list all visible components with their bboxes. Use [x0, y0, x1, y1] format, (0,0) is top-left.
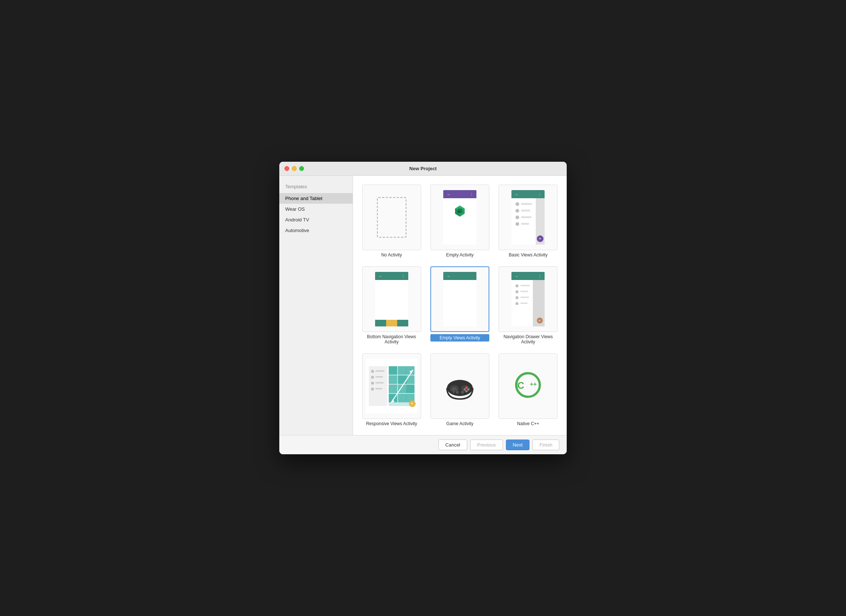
template-nav-drawer[interactable]: ← ⋮	[497, 265, 559, 346]
svg-text:←: ←	[515, 192, 519, 197]
template-no-activity[interactable]: No Activity	[360, 183, 423, 259]
template-empty-activity[interactable]: ← ⋮	[429, 183, 491, 259]
svg-point-90	[467, 388, 469, 390]
empty-views-preview: ←	[430, 266, 489, 332]
grid-label: Responsive Views Activity	[366, 421, 417, 426]
svg-rect-74	[406, 385, 414, 393]
svg-text:←: ←	[379, 274, 382, 278]
title-bar: New Project	[279, 162, 567, 176]
template-empty-views[interactable]: ← Empty Views Activity	[429, 265, 491, 346]
sidebar-item-phone-tablet[interactable]: Phone and Tablet	[279, 193, 352, 204]
svg-point-59	[371, 376, 374, 379]
bottom-nav-preview: ← ⋮	[362, 266, 421, 332]
svg-rect-58	[376, 370, 384, 372]
svg-text:C: C	[517, 380, 524, 391]
sidebar-item-android-tv[interactable]: Android TV	[279, 214, 352, 225]
svg-rect-0	[443, 190, 476, 245]
game-label: Game Activity	[446, 421, 473, 426]
svg-point-47	[516, 290, 518, 293]
svg-rect-48	[520, 291, 529, 292]
basic-views-svg: ← ⋮	[511, 190, 545, 245]
empty-views-svg: ←	[443, 272, 476, 326]
svg-text:⋮: ⋮	[538, 192, 542, 197]
svg-point-91	[466, 390, 468, 392]
svg-rect-62	[376, 382, 383, 384]
svg-rect-76	[398, 394, 407, 402]
cpp-preview: C ++	[498, 353, 558, 419]
content-area: No Activity ← ⋮	[353, 176, 567, 435]
cancel-button[interactable]: Cancel	[438, 440, 467, 450]
template-bottom-nav[interactable]: ← ⋮ Bottom Navigation Views Activity	[360, 265, 423, 346]
svg-rect-46	[520, 285, 530, 286]
svg-text:⋮: ⋮	[402, 274, 405, 278]
svg-text:+: +	[411, 401, 413, 406]
svg-point-51	[516, 302, 518, 305]
svg-rect-22	[521, 216, 531, 218]
template-game[interactable]: Game Activity	[429, 352, 491, 428]
svg-rect-32	[375, 320, 386, 326]
template-basic-views[interactable]: ← ⋮	[497, 183, 559, 259]
no-activity-label: No Activity	[381, 252, 402, 258]
bottom-nav-svg: ← ⋮	[375, 272, 408, 326]
nav-drawer-preview: ← ⋮	[498, 266, 558, 332]
sidebar: Templates Phone and Tablet Wear OS Andro…	[279, 176, 353, 435]
game-preview	[430, 353, 489, 419]
svg-point-94	[461, 391, 464, 394]
svg-point-21	[516, 216, 519, 219]
svg-point-63	[371, 387, 374, 390]
svg-rect-20	[521, 210, 530, 211]
basic-views-preview: ← ⋮	[498, 185, 558, 250]
templates-grid: No Activity ← ⋮	[360, 183, 559, 428]
nav-drawer-svg: ← ⋮	[511, 272, 545, 326]
maximize-button[interactable]	[299, 166, 304, 171]
sidebar-item-wear-os[interactable]: Wear OS	[279, 204, 352, 214]
svg-point-49	[516, 296, 518, 299]
bottom-nav-label: Bottom Navigation Views Activity	[362, 334, 421, 345]
svg-rect-72	[389, 385, 397, 393]
svg-text:⋮: ⋮	[470, 192, 473, 197]
finish-button[interactable]: Finish	[532, 440, 559, 450]
cpp-svg: C ++	[511, 370, 545, 403]
no-activity-dashed-box	[377, 197, 407, 238]
minimize-button[interactable]	[292, 166, 297, 171]
next-button[interactable]: Next	[506, 440, 530, 450]
empty-activity-preview: ← ⋮	[430, 185, 489, 250]
footer: Cancel Previous Next Finish	[279, 435, 567, 454]
svg-rect-34	[397, 320, 408, 326]
svg-text:⋮: ⋮	[538, 274, 542, 278]
svg-point-93	[456, 391, 459, 394]
template-cpp[interactable]: C ++ Native C++	[497, 352, 559, 428]
svg-rect-64	[376, 388, 382, 389]
window-title: New Project	[409, 166, 437, 171]
svg-rect-52	[520, 302, 528, 304]
svg-point-23	[516, 222, 519, 226]
main-content: Templates Phone and Tablet Wear OS Andro…	[279, 176, 567, 435]
svg-text:+: +	[538, 318, 540, 323]
svg-point-17	[516, 202, 519, 206]
svg-point-19	[516, 209, 519, 213]
empty-activity-svg: ← ⋮	[443, 190, 476, 245]
svg-text:←: ←	[447, 274, 451, 278]
svg-rect-70	[398, 375, 407, 384]
svg-point-57	[371, 370, 374, 373]
svg-text:←: ←	[447, 192, 451, 197]
svg-rect-10	[458, 208, 462, 213]
svg-text:++: ++	[530, 381, 537, 387]
sidebar-item-automotive[interactable]: Automotive	[279, 225, 352, 236]
previous-button[interactable]: Previous	[470, 440, 503, 450]
svg-rect-18	[521, 203, 532, 205]
cpp-label: Native C++	[517, 421, 539, 426]
svg-rect-66	[389, 366, 397, 375]
nav-drawer-label: Navigation Drawer Views Activity	[498, 334, 558, 345]
svg-rect-35	[443, 272, 476, 326]
sidebar-heading: Templates	[279, 182, 352, 193]
grid-svg: +	[366, 359, 417, 414]
close-button[interactable]	[285, 166, 289, 171]
svg-rect-67	[398, 366, 407, 375]
svg-rect-33	[386, 320, 397, 326]
svg-rect-88	[453, 387, 454, 393]
svg-point-89	[466, 386, 468, 389]
traffic-lights	[285, 166, 304, 171]
no-activity-preview	[362, 185, 421, 250]
template-grid[interactable]: + Responsive Views Activity	[360, 352, 423, 428]
